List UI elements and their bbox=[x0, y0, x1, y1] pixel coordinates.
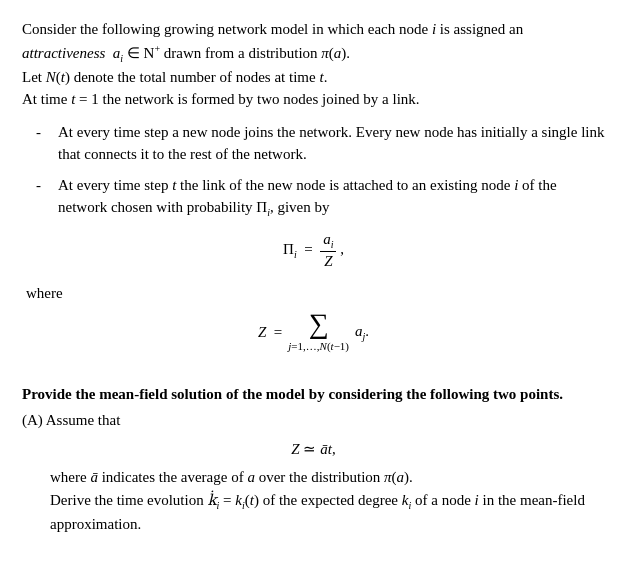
pi-equation: Πi = ai Z , bbox=[22, 230, 605, 272]
sum-variable: aj. bbox=[355, 320, 369, 344]
where-section: where bbox=[22, 282, 605, 305]
sigma-wrapper: ∑ j=1,…,N(t−1) bbox=[288, 310, 349, 355]
frac-numerator: ai bbox=[320, 230, 336, 252]
where-label: where bbox=[26, 285, 63, 301]
pi-fraction: ai Z bbox=[320, 230, 336, 272]
intro-paragraph: Consider the following growing network m… bbox=[22, 18, 605, 111]
z-equation: Z = ∑ j=1,…,N(t−1) aj. bbox=[22, 310, 605, 355]
bullet-item-1: - At every time step a new node joins th… bbox=[36, 121, 605, 166]
derive-text: where ā indicates the average of a over … bbox=[50, 466, 605, 535]
sigma-symbol: ∑ bbox=[309, 310, 329, 338]
frac-denominator: Z bbox=[321, 252, 335, 272]
sum-subscript: j=1,…,N(t−1) bbox=[288, 338, 349, 355]
main-content: Consider the following growing network m… bbox=[22, 18, 605, 535]
bullet-content-1: At every time step a new node joins the … bbox=[58, 121, 605, 166]
bullet-dash-2: - bbox=[36, 174, 54, 221]
bullet-dash-1: - bbox=[36, 121, 54, 166]
part-a-label: (A) Assume that bbox=[22, 409, 605, 432]
bullet-content-2: At every time step t the link of the new… bbox=[58, 174, 605, 221]
z-label: Z = bbox=[258, 321, 282, 344]
bullet-item-2: - At every time step t the link of the n… bbox=[36, 174, 605, 221]
z-approx-equation: Z ≃ āt, bbox=[22, 438, 605, 461]
bold-section: Provide the mean-field solution of the m… bbox=[22, 383, 605, 406]
